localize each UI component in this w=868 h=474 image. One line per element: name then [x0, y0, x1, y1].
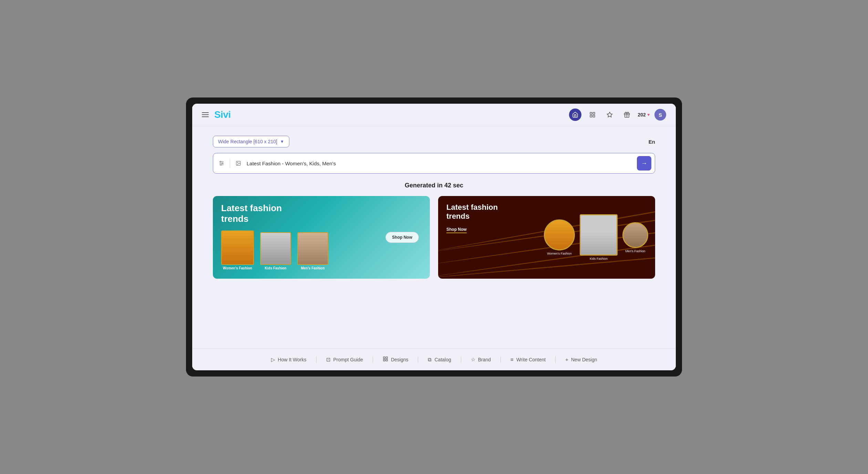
- format-label: Wide Rectangle [610 x 210]: [218, 139, 277, 144]
- banner-card-1[interactable]: Latest fashion trends Women's Fashion: [213, 196, 430, 279]
- women-label: Women's Fashion: [223, 266, 252, 270]
- kids-circle-block: Kids Fashion: [580, 214, 618, 260]
- grid-button[interactable]: [586, 109, 599, 121]
- banners-row: Latest fashion trends Women's Fashion: [213, 196, 655, 279]
- svg-rect-0: [590, 112, 592, 114]
- nav-new-design[interactable]: + New Design: [556, 354, 607, 365]
- kids-block: Kids Fashion: [260, 232, 291, 270]
- kids-rect-image: [580, 214, 618, 256]
- nav-catalog[interactable]: ⧉ Catalog: [418, 354, 461, 365]
- brand-star-icon: ☆: [471, 357, 475, 363]
- nav-prompt-guide[interactable]: ⊡ Prompt Guide: [317, 354, 373, 365]
- banner-2-circles: Women's Fashion Kids Fashion Men's Fashi…: [544, 214, 648, 260]
- main-content: Wide Rectangle [610 x 210] ▼ En: [192, 126, 676, 348]
- nav-designs[interactable]: Designs: [373, 353, 418, 365]
- nav-catalog-label: Catalog: [434, 357, 451, 362]
- svg-rect-18: [386, 359, 388, 361]
- home-button[interactable]: [569, 109, 581, 121]
- star-button[interactable]: [603, 109, 616, 121]
- chevron-down-icon: ▼: [280, 139, 284, 144]
- header: Sivi: [192, 104, 676, 126]
- kids-label: Kids Fashion: [265, 266, 287, 270]
- language-button[interactable]: En: [649, 139, 655, 145]
- user-avatar[interactable]: S: [654, 109, 666, 121]
- svg-point-14: [237, 162, 238, 163]
- banner-2-title: Latest fashion trends: [446, 203, 502, 221]
- men-block: Men's Fashion: [297, 232, 328, 270]
- nav-prompt-guide-label: Prompt Guide: [333, 357, 363, 362]
- svg-rect-3: [593, 115, 595, 117]
- heart-icon: ♥: [647, 112, 650, 117]
- shop-now-button-2[interactable]: Shop Now: [446, 226, 467, 233]
- prompt-input[interactable]: Latest Fashion - Women's, Kids, Men's: [247, 161, 633, 166]
- credit-count: 202: [638, 112, 646, 117]
- plus-icon: +: [565, 357, 568, 362]
- svg-rect-15: [383, 357, 385, 359]
- credits-display: 202 ♥: [638, 112, 650, 117]
- nav-new-design-label: New Design: [571, 357, 597, 362]
- nav-designs-label: Designs: [391, 357, 409, 362]
- nav-write-content-label: Write Content: [516, 357, 546, 362]
- svg-marker-4: [607, 112, 612, 117]
- submit-button[interactable]: →: [637, 156, 651, 171]
- write-content-icon: ≡: [510, 357, 514, 362]
- play-icon: ▷: [271, 357, 275, 363]
- prompt-guide-icon: ⊡: [326, 357, 331, 363]
- women-image: [221, 230, 254, 265]
- svg-point-12: [220, 164, 221, 165]
- svg-rect-1: [593, 112, 595, 114]
- nav-how-it-works-label: How It Works: [278, 357, 307, 362]
- shop-now-button-1[interactable]: Shop Now: [385, 232, 419, 243]
- men-image: [297, 232, 328, 265]
- women-circle-label: Women's Fashion: [547, 252, 572, 255]
- header-right: 202 ♥ S: [569, 109, 666, 121]
- svg-rect-2: [590, 115, 592, 117]
- generated-label: Generated in 42 sec: [213, 182, 655, 189]
- nav-brand[interactable]: ☆ Brand: [461, 354, 500, 365]
- nav-how-it-works[interactable]: ▷ How It Works: [261, 354, 316, 365]
- banner-card-2[interactable]: Latest fashion trends Shop Now Women's F…: [438, 196, 655, 279]
- women-circle-block: Women's Fashion: [544, 219, 575, 255]
- app-window: Sivi: [192, 104, 676, 370]
- format-row: Wide Rectangle [610 x 210] ▼ En: [213, 136, 655, 147]
- format-selector[interactable]: Wide Rectangle [610 x 210] ▼: [213, 136, 289, 147]
- nav-brand-label: Brand: [478, 357, 491, 362]
- nav-write-content[interactable]: ≡ Write Content: [501, 354, 555, 365]
- women-block: Women's Fashion: [221, 230, 254, 270]
- svg-rect-17: [383, 359, 385, 361]
- app-logo: Sivi: [214, 109, 231, 120]
- svg-point-10: [220, 161, 221, 162]
- svg-point-11: [222, 163, 223, 164]
- menu-button[interactable]: [202, 112, 209, 117]
- women-circle: [544, 219, 575, 250]
- svg-rect-16: [386, 357, 388, 359]
- header-left: Sivi: [202, 109, 231, 120]
- gift-button[interactable]: [621, 109, 633, 121]
- image-icon[interactable]: [234, 158, 243, 168]
- device-frame: Sivi: [186, 97, 682, 377]
- bottom-nav: ▷ How It Works ⊡ Prompt Guide Designs: [192, 348, 676, 370]
- men-circle-block: Men's Fashion: [622, 222, 648, 253]
- arrow-right-icon: →: [641, 160, 647, 167]
- kids-image: [260, 232, 291, 265]
- men-circle-label: Men's Fashion: [625, 249, 645, 253]
- catalog-icon: ⧉: [428, 357, 432, 363]
- settings-icon[interactable]: [217, 158, 226, 168]
- kids-circle-label: Kids Fashion: [590, 257, 608, 260]
- men-circle: [622, 222, 648, 248]
- prompt-box: Latest Fashion - Women's, Kids, Men's →: [213, 153, 655, 174]
- men-label: Men's Fashion: [301, 266, 324, 270]
- prompt-icon-group: [217, 158, 230, 168]
- banner-1-title: Latest fashion trends: [221, 203, 283, 224]
- designs-icon: [383, 356, 388, 363]
